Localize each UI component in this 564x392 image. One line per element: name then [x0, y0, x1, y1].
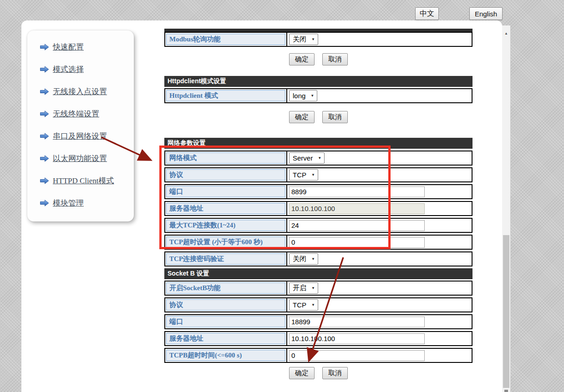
- sidebar-item-无线终端设置[interactable]: 无线终端设置: [40, 107, 134, 121]
- port-b-input[interactable]: [289, 317, 425, 327]
- settings-row: 服务器地址: [164, 201, 473, 216]
- settings-row: 端口: [164, 184, 473, 199]
- row-value: [287, 236, 472, 249]
- cancel-button[interactable]: 取消: [322, 111, 348, 123]
- blue-arrow-icon: [40, 155, 49, 162]
- button-row: 确定 取消: [164, 367, 473, 379]
- row-label-col: TCP连接密码验证: [165, 252, 287, 266]
- row-value: long▼: [287, 89, 472, 102]
- row-label: Httpdclient 模式: [166, 90, 285, 101]
- caret-down-icon: ▼: [311, 37, 315, 41]
- modbus-poll-select[interactable]: 关闭▼: [289, 34, 318, 45]
- sidebar-item-label: 无线接入点设置: [53, 86, 107, 97]
- scrollbar-track[interactable]: ▲: [502, 25, 510, 392]
- scroll-up-button[interactable]: ▲: [502, 29, 510, 37]
- settings-row: TCP连接密码验证关闭▼: [164, 251, 473, 266]
- sidebar-item-模式选择[interactable]: 模式选择: [40, 62, 134, 76]
- server-address-input[interactable]: [289, 203, 425, 214]
- sidebar-item-label: 模式选择: [53, 64, 84, 75]
- socketb-enable-select[interactable]: 开启▼: [289, 282, 318, 294]
- row-label: 服务器地址: [166, 203, 285, 214]
- lang-button-english[interactable]: English: [469, 7, 503, 20]
- row-label: 网络模式: [166, 152, 285, 164]
- row-label: 最大TCP连接数(1~24): [166, 220, 285, 231]
- sidebar-item-label: 以太网功能设置: [53, 153, 107, 164]
- section-header: Httpdclient模式设置: [164, 76, 473, 87]
- select-value: TCP: [293, 301, 306, 309]
- port-input[interactable]: [289, 186, 425, 197]
- row-value: [287, 349, 472, 362]
- row-value: [287, 219, 472, 232]
- settings-row: 开启SocketB功能开启▼: [164, 281, 473, 296]
- blue-arrow-icon: [40, 111, 49, 117]
- settings-row: 服务器地址: [164, 331, 473, 346]
- row-label-col: Modbus轮询功能: [165, 33, 287, 46]
- network-mode-select[interactable]: Server▼: [289, 152, 325, 164]
- scroll-down-button[interactable]: [504, 390, 508, 392]
- cancel-button[interactable]: 取消: [322, 367, 348, 379]
- caret-down-icon: ▼: [311, 173, 315, 177]
- blue-arrow-icon: [40, 177, 49, 184]
- row-label-col: 端口: [165, 315, 287, 328]
- section-header: 网络参数设置: [164, 138, 473, 149]
- row-label-col: 端口: [165, 185, 287, 198]
- select-value: Server: [293, 154, 313, 162]
- row-label-col: 网络模式: [165, 151, 287, 165]
- sidebar-item-HTTPD-Client模式[interactable]: HTTPD Client模式: [40, 174, 134, 187]
- sidebar-item-以太网功能设置[interactable]: 以太网功能设置: [40, 151, 134, 165]
- sidebar-item-无线接入点设置[interactable]: 无线接入点设置: [40, 85, 134, 98]
- settings-row: TCPB超时时间(<=600 s): [164, 348, 473, 363]
- socketb-section: 开启SocketB功能开启▼协议TCP▼端口服务器地址TCPB超时时间(<=60…: [164, 281, 473, 363]
- row-value: [287, 315, 472, 328]
- protocol-b-select[interactable]: TCP▼: [289, 299, 318, 311]
- row-value: TCP▼: [287, 298, 472, 312]
- cancel-button[interactable]: 取消: [322, 53, 348, 65]
- row-label: Modbus轮询功能: [166, 34, 285, 45]
- blue-arrow-icon: [40, 88, 49, 95]
- server-address-b-input[interactable]: [289, 333, 425, 344]
- select-value: 关闭: [293, 35, 306, 44]
- max-tcp-connections-input[interactable]: [289, 220, 425, 231]
- sidebar-card: 快速配置模式选择无线接入点设置无线终端设置串口及网络设置以太网功能设置HTTPD…: [27, 30, 134, 221]
- caret-down-icon: ▼: [311, 286, 315, 290]
- scrolled-section-header-remnant: [164, 29, 473, 32]
- sidebar-item-快速配置[interactable]: 快速配置: [40, 40, 134, 54]
- button-row: 确定 取消: [164, 53, 473, 65]
- select-value: 开启: [293, 284, 306, 292]
- blue-arrow-icon: [40, 66, 49, 73]
- confirm-button[interactable]: 确定: [289, 367, 315, 379]
- settings-row: 协议TCP▼: [164, 297, 473, 312]
- row-label: 端口: [166, 186, 285, 197]
- sidebar-item-label: HTTPD Client模式: [53, 176, 114, 186]
- sidebar-item-模块管理[interactable]: 模块管理: [40, 196, 134, 210]
- caret-down-icon: ▼: [318, 156, 321, 160]
- settings-row: 最大TCP连接数(1~24): [164, 218, 473, 233]
- httpdclient-mode-select[interactable]: long▼: [289, 90, 317, 101]
- row-value: [287, 332, 472, 345]
- tcpb-timeout-input[interactable]: [289, 350, 425, 361]
- row-value: [287, 185, 472, 198]
- select-value: long: [293, 92, 305, 100]
- blue-arrow-icon: [40, 200, 49, 206]
- settings-row: TCP超时设置 (小于等于600 秒): [164, 235, 473, 250]
- main-content: Modbus轮询功能关闭▼ 确定 取消 Httpdclient模式设置 Http…: [164, 29, 473, 379]
- row-label: TCP超时设置 (小于等于600 秒): [166, 236, 285, 248]
- caret-down-icon: ▼: [310, 94, 314, 98]
- confirm-button[interactable]: 确定: [289, 53, 315, 65]
- tcp-password-auth-select[interactable]: 关闭▼: [289, 253, 318, 265]
- scrollbar-thumb[interactable]: [503, 235, 509, 388]
- blue-arrow-icon: [40, 44, 49, 50]
- row-label-col: 服务器地址: [165, 202, 287, 215]
- select-value: 关闭: [293, 255, 306, 263]
- lang-button-chinese[interactable]: 中文: [415, 7, 439, 20]
- sidebar-item-串口及网络设置[interactable]: 串口及网络设置: [40, 129, 134, 143]
- tcp-timeout-input[interactable]: [289, 237, 425, 248]
- confirm-button[interactable]: 确定: [289, 111, 315, 123]
- protocol-select[interactable]: TCP▼: [289, 169, 318, 181]
- settings-row: 端口: [164, 314, 473, 329]
- row-label-col: 服务器地址: [165, 332, 287, 345]
- button-row: 确定 取消: [164, 111, 473, 123]
- row-value: TCP▼: [287, 168, 472, 181]
- row-label: 端口: [166, 316, 285, 327]
- select-value: TCP: [293, 171, 306, 179]
